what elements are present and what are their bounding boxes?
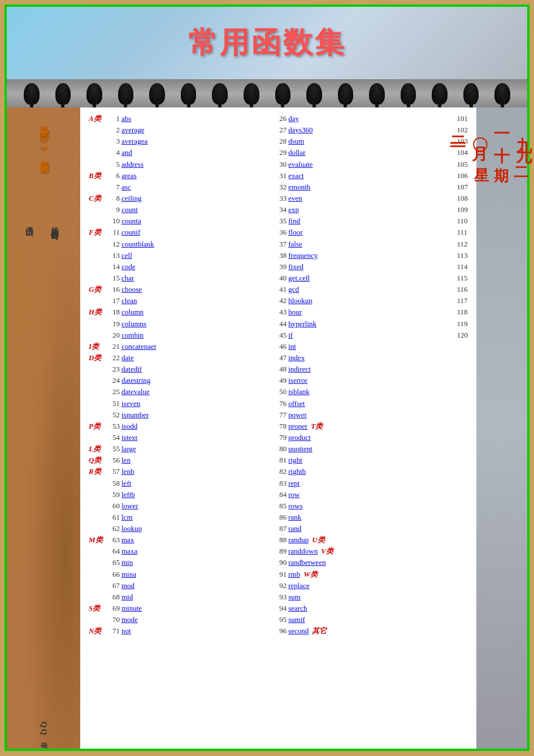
function-link[interactable]: datevalue <box>121 386 150 398</box>
function-link[interactable]: istext <box>121 432 137 443</box>
function-link[interactable]: mod <box>121 580 134 591</box>
function-link[interactable]: isblank <box>288 386 310 398</box>
function-link[interactable]: averagea <box>121 136 147 147</box>
function-link[interactable]: false <box>288 239 302 250</box>
function-link[interactable]: char <box>121 273 134 284</box>
function-link[interactable]: lcm <box>121 512 133 523</box>
function-link[interactable]: gcd <box>288 284 299 295</box>
spiral-13 <box>401 83 416 105</box>
function-link[interactable]: isnumber <box>121 409 149 421</box>
function-link[interactable]: count <box>121 204 138 215</box>
function-link[interactable]: maxa <box>121 546 137 557</box>
function-link[interactable]: floor <box>288 227 302 238</box>
function-link[interactable]: randup <box>288 534 309 546</box>
function-link[interactable]: combin <box>121 330 144 341</box>
function-link[interactable]: counta <box>121 215 141 227</box>
function-link[interactable]: power <box>288 409 307 421</box>
category-label: P类 <box>89 421 107 432</box>
function-link[interactable]: datedif <box>121 364 142 375</box>
function-link[interactable]: min <box>121 557 133 568</box>
function-link[interactable]: large <box>121 443 136 455</box>
function-link[interactable]: int <box>288 341 296 352</box>
function-link[interactable]: proper <box>288 421 307 432</box>
function-link[interactable]: lookup <box>121 523 142 534</box>
function-link[interactable]: replace <box>288 580 310 591</box>
function-link[interactable]: lower <box>121 500 138 512</box>
function-link[interactable]: days360 <box>288 124 312 136</box>
function-link[interactable]: column <box>121 306 144 318</box>
function-link[interactable]: left <box>121 478 131 489</box>
function-link[interactable]: emonth <box>288 182 310 193</box>
function-link[interactable]: sumif <box>288 614 305 625</box>
function-link[interactable]: sum <box>288 591 301 603</box>
function-link[interactable]: second <box>288 625 309 637</box>
function-link[interactable]: day <box>288 113 299 124</box>
function-link[interactable]: isodd <box>121 421 137 432</box>
item-number: 35 <box>271 215 288 227</box>
function-link[interactable]: minute <box>121 603 142 614</box>
function-link[interactable]: dollar <box>288 147 305 158</box>
function-link[interactable]: exact <box>288 170 303 182</box>
function-link[interactable]: lenb <box>121 466 134 477</box>
function-link[interactable]: randdown <box>288 546 318 557</box>
function-link[interactable]: rows <box>288 500 302 512</box>
function-link[interactable]: and <box>121 147 132 158</box>
function-link[interactable]: rightb <box>288 466 306 477</box>
function-link[interactable]: row <box>288 489 299 500</box>
function-link[interactable]: rank <box>288 512 301 523</box>
function-link[interactable]: columns <box>121 318 146 330</box>
function-link[interactable]: indirect <box>288 364 311 375</box>
function-link[interactable]: rept <box>288 478 299 489</box>
function-link[interactable]: leftb <box>121 489 135 500</box>
function-link[interactable]: ceiling <box>121 193 141 204</box>
function-link[interactable]: asc <box>121 182 131 193</box>
function-link[interactable]: find <box>288 215 300 227</box>
function-link[interactable]: frequency <box>288 250 318 261</box>
function-link[interactable]: quotient <box>288 443 312 455</box>
function-link[interactable]: hyperlink <box>288 318 316 330</box>
list-item: 58left <box>89 478 271 489</box>
function-link[interactable]: code <box>121 261 136 273</box>
function-link[interactable]: cell <box>121 250 132 261</box>
function-link[interactable]: rand <box>288 523 301 534</box>
function-link[interactable]: fixed <box>288 261 303 273</box>
function-link[interactable]: hlookup <box>288 295 312 306</box>
function-link[interactable]: search <box>288 603 307 614</box>
function-link[interactable]: index <box>288 352 305 364</box>
function-link[interactable]: rmb <box>288 569 300 580</box>
function-link[interactable]: randbetween <box>288 557 325 568</box>
function-link[interactable]: hour <box>288 306 302 318</box>
function-link[interactable]: evaluate <box>288 159 312 170</box>
function-link[interactable]: mina <box>121 569 136 580</box>
function-link[interactable]: datestring <box>121 375 150 386</box>
function-link[interactable]: date <box>121 352 134 364</box>
function-link[interactable]: mode <box>121 614 138 625</box>
function-link[interactable]: offset <box>288 398 305 409</box>
function-link[interactable]: right <box>288 455 302 466</box>
function-link[interactable]: mid <box>121 591 133 603</box>
function-link[interactable]: average <box>121 124 144 136</box>
item-number: 42 <box>271 295 288 306</box>
function-link[interactable]: even <box>288 193 302 204</box>
function-link[interactable]: abs <box>121 113 131 124</box>
function-link[interactable]: product <box>288 432 311 443</box>
function-link[interactable]: choose <box>121 284 142 295</box>
function-link[interactable]: exp <box>288 204 299 215</box>
function-link[interactable]: if <box>288 330 293 341</box>
function-link[interactable]: countblank <box>121 239 154 250</box>
function-link[interactable]: max <box>121 534 134 546</box>
function-link[interactable]: address <box>121 159 144 170</box>
function-link[interactable]: iserror <box>288 375 307 386</box>
list-item: 29dollar <box>271 147 454 158</box>
function-link[interactable]: dsum <box>288 136 304 147</box>
function-link[interactable]: clean <box>121 295 137 306</box>
function-link[interactable]: concatenaet <box>121 341 156 352</box>
function-link[interactable]: areas <box>121 170 137 182</box>
function-link[interactable]: not <box>121 625 131 637</box>
function-link[interactable]: len <box>121 455 131 466</box>
function-link[interactable]: iseven <box>121 398 140 409</box>
item-number: 10 <box>107 215 121 227</box>
function-link[interactable]: counif <box>121 227 140 238</box>
function-link[interactable]: get.cell <box>288 273 310 284</box>
list-item: 31exact <box>271 170 454 182</box>
